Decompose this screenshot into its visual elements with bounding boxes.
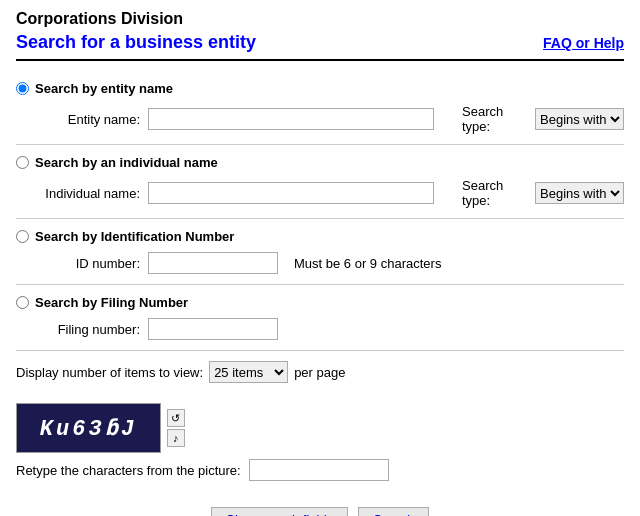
individual-search-type-label: Search type: (462, 178, 527, 208)
search-heading: Search for a business entity (16, 32, 256, 53)
entity-search-type-select[interactable]: Begins with Contains Exact (535, 108, 624, 130)
display-items-select[interactable]: 25 items 50 items 100 items (209, 361, 288, 383)
per-page-label: per page (294, 365, 345, 380)
clear-button[interactable]: Clear search fields (211, 507, 349, 516)
radio-individual-name[interactable] (16, 156, 29, 169)
entity-search-type-label: Search type: (462, 104, 527, 134)
audio-icon: ♪ (173, 432, 179, 444)
captcha-retype-label: Retype the characters from the picture: (16, 463, 241, 478)
captcha-refresh-button[interactable]: ↺ (167, 409, 185, 427)
captcha-input[interactable] (249, 459, 389, 481)
id-number-input[interactable] (148, 252, 278, 274)
section-individual-name: Search by an individual name Individual … (16, 145, 624, 219)
page-title: Corporations Division (16, 10, 624, 28)
refresh-icon: ↺ (171, 412, 180, 425)
filing-number-label: Filing number: (40, 322, 140, 337)
radio-entity-name[interactable] (16, 82, 29, 95)
display-row: Display number of items to view: 25 item… (16, 351, 624, 393)
filing-number-input[interactable] (148, 318, 278, 340)
section-individual-name-label: Search by an individual name (35, 155, 218, 170)
radio-id-number[interactable] (16, 230, 29, 243)
individual-search-type-select[interactable]: Begins with Contains Exact (535, 182, 624, 204)
radio-filing-number[interactable] (16, 296, 29, 309)
display-label: Display number of items to view: (16, 365, 203, 380)
id-number-hint: Must be 6 or 9 characters (294, 256, 441, 271)
section-id-number-label: Search by Identification Number (35, 229, 234, 244)
section-entity-name: Search by entity name Entity name: Searc… (16, 71, 624, 145)
captcha-section: Ku63ɓJ ↺ ♪ Retype the characters from th… (16, 393, 624, 491)
section-filing-number-label: Search by Filing Number (35, 295, 188, 310)
search-button[interactable]: Search (358, 507, 429, 516)
section-filing-number: Search by Filing Number Filing number: (16, 285, 624, 351)
individual-name-input[interactable] (148, 182, 434, 204)
section-id-number: Search by Identification Number ID numbe… (16, 219, 624, 285)
id-number-label: ID number: (40, 256, 140, 271)
entity-name-input[interactable] (148, 108, 434, 130)
captcha-icon-group: ↺ ♪ (167, 409, 185, 447)
buttons-row: Clear search fields Search (16, 491, 624, 516)
captcha-image: Ku63ɓJ (16, 403, 161, 453)
header-row: Search for a business entity FAQ or Help (16, 32, 624, 61)
individual-name-label: Individual name: (40, 186, 140, 201)
entity-name-label: Entity name: (40, 112, 140, 127)
section-entity-name-label: Search by entity name (35, 81, 173, 96)
captcha-audio-button[interactable]: ♪ (167, 429, 185, 447)
captcha-image-row: Ku63ɓJ ↺ ♪ (16, 403, 624, 453)
faq-link[interactable]: FAQ or Help (543, 35, 624, 51)
